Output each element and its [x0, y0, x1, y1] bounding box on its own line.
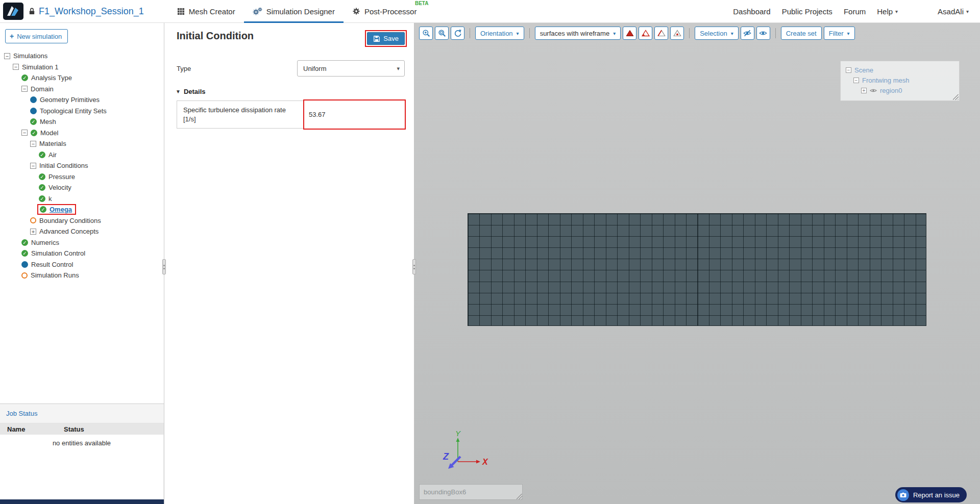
page-title: Initial Condition	[177, 30, 254, 42]
new-simulation-button[interactable]: + New simulation	[5, 29, 68, 43]
tree-item-label[interactable]: Materials	[39, 140, 66, 147]
tree-item-label[interactable]: Numerics	[31, 239, 59, 246]
tree-item-label[interactable]: Model	[40, 129, 58, 137]
eye-button[interactable]	[756, 27, 770, 40]
omega-value-input[interactable]	[303, 99, 406, 130]
save-button[interactable]: Save	[367, 32, 405, 45]
tree-item-velocity[interactable]: ✓Velocity	[0, 182, 164, 193]
nav-forum[interactable]: Forum	[844, 7, 866, 16]
tree-item-label[interactable]: Simulations	[13, 52, 47, 60]
report-issue-button[interactable]: Report an issue	[895, 487, 967, 502]
viewport-canvas[interactable]: Orientation▾surfaces with wireframe▾Sele…	[414, 23, 980, 504]
tab-simulation-designer[interactable]: Simulation Designer	[244, 0, 344, 23]
tree-item-label[interactable]: Result Control	[31, 261, 73, 268]
collapse-toggle-icon[interactable]: −	[13, 64, 19, 70]
tri-mark-button[interactable]	[670, 27, 684, 40]
tree-item-label[interactable]: Initial Conditions	[39, 162, 88, 169]
tree-item-analysis-type[interactable]: ✓Analysis Type	[0, 72, 164, 84]
tree-item-simulations[interactable]: −Simulations	[0, 51, 164, 62]
tree-item-label[interactable]: Topological Entity Sets	[40, 107, 107, 115]
refresh-button[interactable]	[451, 27, 464, 40]
tree-item-materials[interactable]: −Materials	[0, 138, 164, 149]
scene-tree-label[interactable]: region0	[880, 87, 902, 94]
bounding-box-input[interactable]	[419, 484, 523, 500]
tab-post-processor[interactable]: Post-Processor BETA	[344, 0, 426, 23]
collapse-toggle-icon[interactable]: −	[21, 86, 28, 92]
tree-item-domain[interactable]: −Domain	[0, 84, 164, 95]
tree-item-result-control[interactable]: Result Control	[0, 259, 164, 270]
tree-item-label[interactable]: Mesh	[40, 118, 56, 125]
tri-outline-button[interactable]	[639, 27, 652, 40]
tree-item-label[interactable]: Simulation Control	[31, 249, 85, 257]
collapse-toggle-icon[interactable]: −	[853, 78, 859, 83]
tree-item-label[interactable]: Simulation Runs	[31, 271, 79, 279]
selection-dropdown[interactable]: Selection▾	[695, 27, 739, 40]
tree-item-label[interactable]: Advanced Concepts	[39, 228, 99, 235]
tree-item-simulation-1[interactable]: −Simulation 1	[0, 62, 164, 73]
eye-off-button[interactable]	[741, 27, 754, 40]
tri-edge-button[interactable]	[654, 27, 668, 40]
tab-mesh-creator[interactable]: Mesh Creator	[168, 0, 244, 23]
scene-tree-item-scene[interactable]: − Scene	[846, 65, 955, 75]
scene-tree-item-frontwing-mesh[interactable]: − Frontwing mesh	[846, 75, 955, 85]
tree-item-label[interactable]: Geometry Primitives	[40, 96, 100, 104]
tree-item-label[interactable]: Boundary Conditions	[39, 217, 101, 224]
tree-item-geometry-primitives[interactable]: Geometry Primitives	[0, 94, 164, 106]
collapse-toggle-icon[interactable]: −	[30, 163, 36, 169]
collapse-toggle-icon[interactable]: −	[4, 53, 10, 59]
tree-item-omega[interactable]: ✓Omega	[0, 204, 164, 215]
tree-item-model[interactable]: −✓Model	[0, 128, 164, 139]
tree-item-mesh[interactable]: ✓Mesh	[0, 116, 164, 128]
tree-item-label[interactable]: k	[48, 195, 52, 203]
tree-item-boundary-conditions[interactable]: Boundary Conditions	[0, 215, 164, 226]
sidebar-splitter-handle[interactable]	[162, 259, 166, 274]
tree-item-numerics[interactable]: ✓Numerics	[0, 237, 164, 248]
tree-item-simulation-control[interactable]: ✓Simulation Control	[0, 248, 164, 259]
tree-item-label[interactable]: Domain	[31, 85, 54, 93]
job-status-footer-bar	[0, 499, 164, 504]
nav-help[interactable]: Help▾	[877, 7, 898, 16]
zoom-extents-button[interactable]	[435, 27, 449, 40]
tree-item-air[interactable]: ✓Air	[0, 149, 164, 161]
collapse-toggle-icon[interactable]: −	[846, 67, 851, 73]
tree-item-pressure[interactable]: ✓Pressure	[0, 171, 164, 183]
nav-public-projects[interactable]: Public Projects	[782, 7, 832, 16]
expand-toggle-icon[interactable]: +	[861, 88, 867, 93]
tree-item-label[interactable]: Velocity	[48, 184, 71, 191]
tree-item-advanced-concepts[interactable]: +Advanced Concepts	[0, 226, 164, 237]
tree-item-initial-conditions[interactable]: −Initial Conditions	[0, 160, 164, 171]
tree-item-topological-entity-sets[interactable]: Topological Entity Sets	[0, 106, 164, 117]
resize-handle-icon[interactable]	[517, 494, 522, 499]
tree-item-simulation-runs[interactable]: Simulation Runs	[0, 270, 164, 281]
type-select[interactable]: Uniform ▾	[297, 60, 405, 77]
axis-x-label: X	[482, 458, 488, 466]
tri-solid-button[interactable]	[623, 27, 636, 40]
tree-item-label[interactable]: Analysis Type	[31, 74, 72, 82]
create-set-button[interactable]: Create set	[781, 27, 822, 40]
zoom-in-button[interactable]	[419, 27, 433, 40]
filter-dropdown[interactable]: Filter▾	[824, 27, 855, 40]
collapse-toggle-icon[interactable]: −	[30, 141, 36, 147]
user-menu[interactable]: AsadAli▾	[938, 7, 969, 16]
mesh-model[interactable]	[468, 213, 926, 326]
nav-dashboard[interactable]: Dashboard	[733, 7, 770, 16]
tree-item-label[interactable]: Simulation 1	[22, 63, 59, 71]
tree-item-k[interactable]: ✓k	[0, 193, 164, 205]
surfaces-with-wireframe-select[interactable]: surfaces with wireframe▾	[535, 27, 621, 40]
check-status-icon: ✓	[39, 184, 45, 191]
tree-item-label[interactable]: Omega	[50, 206, 72, 213]
scene-tree-label[interactable]: Scene	[854, 66, 873, 74]
scene-tree-item-region0[interactable]: + region0	[846, 85, 955, 95]
app-logo-icon[interactable]	[3, 3, 23, 20]
details-section-header[interactable]: ▼ Details	[176, 88, 414, 95]
tree-item-label[interactable]: Air	[48, 151, 57, 159]
resize-handle-icon[interactable]	[953, 94, 959, 100]
eye-icon[interactable]	[870, 88, 877, 93]
top-nav: Dashboard Public Projects Forum Help▾ As…	[733, 7, 980, 16]
expand-toggle-icon[interactable]: +	[30, 229, 36, 235]
tree-item-label[interactable]: Pressure	[48, 173, 75, 181]
panel-splitter-handle[interactable]	[412, 259, 416, 274]
orientation-dropdown[interactable]: Orientation▾	[475, 27, 524, 40]
scene-tree-label[interactable]: Frontwing mesh	[862, 77, 909, 84]
collapse-toggle-icon[interactable]: −	[21, 130, 28, 136]
